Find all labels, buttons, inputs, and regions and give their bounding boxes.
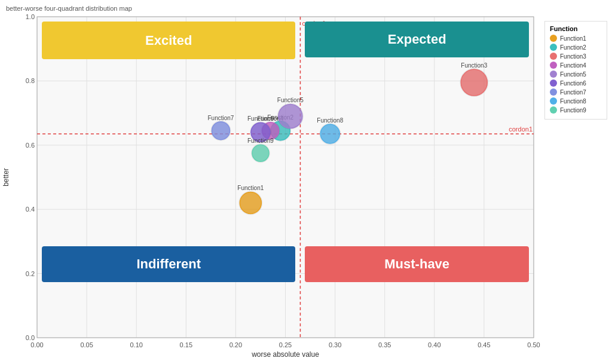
legend-item: Function8 — [550, 97, 602, 105]
legend-item: Function9 — [550, 106, 602, 114]
chart-container: better-worse four-quadrant distribution … — [0, 0, 612, 364]
legend-item: Function6 — [550, 79, 602, 87]
legend-item: Function2 — [550, 44, 602, 51]
legend-item: Function1 — [550, 35, 602, 42]
legend: Function Function1Function2Function3Func… — [544, 21, 607, 120]
quadrant-must-have: Must-have — [305, 246, 529, 282]
legend-item: Function7 — [550, 88, 602, 96]
legend-title: Function — [550, 25, 602, 32]
legend-item: Function5 — [550, 71, 602, 78]
legend-item: Function4 — [550, 62, 602, 69]
quadrant-expected: Expected — [305, 22, 529, 57]
legend-item: Function3 — [550, 53, 602, 60]
quadrant-indifferent: Indifferent — [42, 246, 295, 282]
quadrant-excited: Excited — [42, 22, 295, 59]
legend-items: Function1Function2Function3Function4Func… — [550, 35, 602, 114]
